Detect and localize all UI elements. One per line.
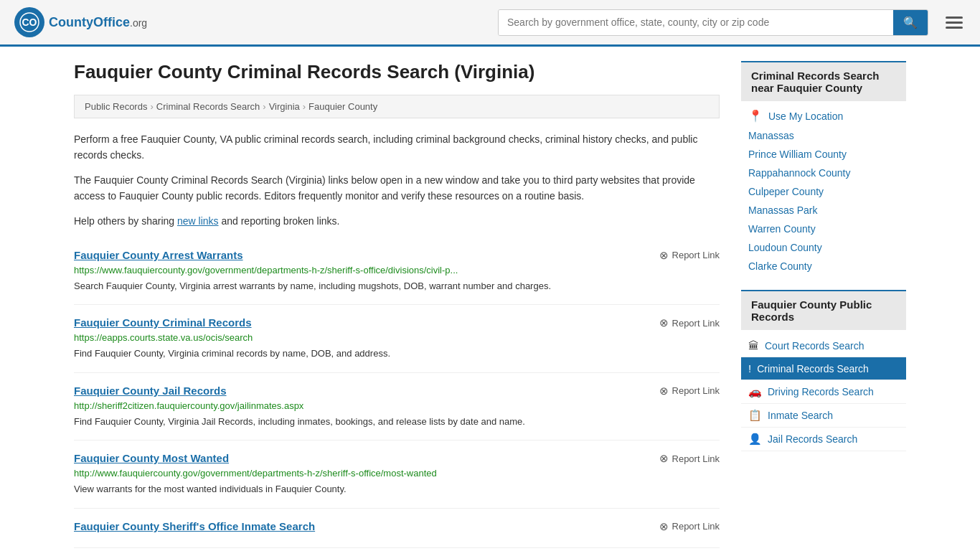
record-url-3[interactable]: http://www.fauquiercounty.gov/government… xyxy=(74,468,720,479)
report-icon-4: ⊗ xyxy=(659,520,669,533)
report-icon-0: ⊗ xyxy=(659,249,669,262)
sidebar-nearby-header: Criminal Records Search near Fauquier Co… xyxy=(741,61,906,101)
search-button[interactable]: 🔍 xyxy=(893,10,928,35)
breadcrumb-sep-3: › xyxy=(303,101,306,112)
report-label-1: Report Link xyxy=(672,318,720,329)
sidebar-records-icon-3: 📋 xyxy=(748,409,762,422)
sidebar-records-icon-2: 🚗 xyxy=(748,385,762,398)
menu-icon-line3 xyxy=(946,27,963,29)
sidebar-records-item-4[interactable]: 👤 Jail Records Search xyxy=(741,428,906,451)
sidebar-records-link-4[interactable]: Jail Records Search xyxy=(768,433,857,445)
use-location-link[interactable]: Use My Location xyxy=(768,110,843,122)
sidebar-records-link-3[interactable]: Inmate Search xyxy=(768,410,833,421)
record-item: Fauquier County Criminal Records ⊗ Repor… xyxy=(74,305,720,373)
record-item: Fauquier County Arrest Warrants ⊗ Report… xyxy=(74,237,720,306)
report-link-4[interactable]: ⊗ Report Link xyxy=(659,520,720,533)
nearby-link-2[interactable]: Rappahannock County xyxy=(748,167,850,179)
logo-text: CountyOffice.org xyxy=(49,15,147,30)
sidebar-nearby-item-7[interactable]: Clarke County xyxy=(741,257,906,276)
report-icon-3: ⊗ xyxy=(659,452,669,465)
nearby-link-4[interactable]: Manassas Park xyxy=(748,204,817,216)
sidebar-records-link-1[interactable]: Criminal Records Search xyxy=(757,363,869,375)
record-title-4[interactable]: Fauquier County Sheriff's Office Inmate … xyxy=(74,520,315,532)
content-area: Fauquier County Criminal Records Search … xyxy=(74,61,720,548)
nearby-link-6[interactable]: Loudoun County xyxy=(748,242,822,253)
report-label-4: Report Link xyxy=(672,521,720,532)
record-header-3: Fauquier County Most Wanted ⊗ Report Lin… xyxy=(74,452,720,465)
search-icon: 🔍 xyxy=(903,17,918,29)
record-desc-3: View warrants for the most wanted indivi… xyxy=(74,482,720,496)
breadcrumb-sep-1: › xyxy=(150,101,153,112)
sidebar-records-item-0[interactable]: 🏛 Court Records Search xyxy=(741,334,906,357)
breadcrumb-public-records[interactable]: Public Records xyxy=(85,101,147,112)
sidebar-records-item-2[interactable]: 🚗 Driving Records Search xyxy=(741,380,906,404)
record-title-2[interactable]: Fauquier County Jail Records xyxy=(74,385,227,397)
sidebar-public-records-list: 🏛 Court Records Search ! Criminal Record… xyxy=(741,334,906,451)
report-icon-1: ⊗ xyxy=(659,316,669,329)
main-container: Fauquier County Criminal Records Search … xyxy=(60,47,920,551)
sidebar-nearby-item-4[interactable]: Manassas Park xyxy=(741,201,906,220)
breadcrumb-virginia[interactable]: Virginia xyxy=(269,101,300,112)
nearby-link-7[interactable]: Clarke County xyxy=(748,260,812,272)
sidebar-records-icon-0: 🏛 xyxy=(748,339,759,352)
report-icon-2: ⊗ xyxy=(659,385,669,397)
report-link-1[interactable]: ⊗ Report Link xyxy=(659,316,720,329)
record-title-1[interactable]: Fauquier County Criminal Records xyxy=(74,316,252,329)
report-link-3[interactable]: ⊗ Report Link xyxy=(659,452,720,465)
use-location-item[interactable]: 📍 Use My Location xyxy=(741,105,906,126)
report-label-3: Report Link xyxy=(672,453,720,464)
breadcrumb: Public Records › Criminal Records Search… xyxy=(74,95,720,118)
sidebar-public-records-header: Fauquier County Public Records xyxy=(741,290,906,330)
sidebar-records-link-0[interactable]: Court Records Search xyxy=(765,340,864,352)
site-header: CO CountyOffice.org 🔍 xyxy=(0,0,980,47)
sidebar-nearby-list: 📍 Use My Location ManassasPrince William… xyxy=(741,105,906,276)
page-title: Fauquier County Criminal Records Search … xyxy=(74,61,720,83)
nearby-link-0[interactable]: Manassas xyxy=(748,130,794,141)
record-item: Fauquier County Sheriff's Office Inmate … xyxy=(74,509,720,548)
search-input[interactable] xyxy=(499,10,893,35)
nearby-link-1[interactable]: Prince William County xyxy=(748,149,847,160)
record-title-0[interactable]: Fauquier County Arrest Warrants xyxy=(74,249,243,261)
report-label-0: Report Link xyxy=(672,250,720,260)
sidebar-public-records-section: Fauquier County Public Records 🏛 Court R… xyxy=(741,290,906,451)
record-url-0[interactable]: https://www.fauquiercounty.gov/governmen… xyxy=(74,265,720,276)
record-title-3[interactable]: Fauquier County Most Wanted xyxy=(74,452,229,464)
sidebar-nearby-item-2[interactable]: Rappahannock County xyxy=(741,164,906,182)
record-desc-0: Search Fauquier County, Virginia arrest … xyxy=(74,279,720,293)
record-item: Fauquier County Jail Records ⊗ Report Li… xyxy=(74,373,720,441)
record-item: Fauquier County Most Wanted ⊗ Report Lin… xyxy=(74,441,720,509)
logo-icon: CO xyxy=(14,7,44,37)
sidebar-nearby-item-1[interactable]: Prince William County xyxy=(741,145,906,164)
description-para2: The Fauquier County Criminal Records Sea… xyxy=(74,172,720,204)
record-desc-2: Find Fauquier County, Virginia Jail Reco… xyxy=(74,415,720,429)
svg-text:CO: CO xyxy=(22,17,37,28)
breadcrumb-current: Fauquier County xyxy=(308,101,377,112)
record-header-0: Fauquier County Arrest Warrants ⊗ Report… xyxy=(74,249,720,262)
sidebar-records-link-2[interactable]: Driving Records Search xyxy=(768,386,874,397)
sidebar-nearby-item-6[interactable]: Loudoun County xyxy=(741,238,906,257)
report-link-0[interactable]: ⊗ Report Link xyxy=(659,249,720,262)
sidebar-nearby-item-3[interactable]: Culpeper County xyxy=(741,182,906,201)
breadcrumb-sep-2: › xyxy=(263,101,265,112)
nearby-link-5[interactable]: Warren County xyxy=(748,223,816,235)
description-para3: Help others by sharing new links and rep… xyxy=(74,213,720,229)
report-link-2[interactable]: ⊗ Report Link xyxy=(659,385,720,397)
menu-icon-line1 xyxy=(946,17,963,19)
menu-button[interactable] xyxy=(943,14,966,32)
record-url-2[interactable]: http://sheriff2citizen.fauquiercounty.go… xyxy=(74,400,720,411)
breadcrumb-criminal-records[interactable]: Criminal Records Search xyxy=(156,101,260,112)
menu-icon-line2 xyxy=(946,22,963,24)
description-para1: Perform a free Fauquier County, VA publi… xyxy=(74,131,720,164)
search-bar: 🔍 xyxy=(498,9,928,36)
sidebar-records-item-1[interactable]: ! Criminal Records Search xyxy=(741,357,906,380)
sidebar-records-icon-4: 👤 xyxy=(748,433,762,446)
record-desc-1: Find Fauquier County, Virginia criminal … xyxy=(74,347,720,361)
sidebar-nearby-item-0[interactable]: Manassas xyxy=(741,126,906,145)
logo-link[interactable]: CO CountyOffice.org xyxy=(14,7,147,37)
sidebar-nearby-item-5[interactable]: Warren County xyxy=(741,220,906,238)
new-links-link[interactable]: new links xyxy=(177,215,219,227)
nearby-link-3[interactable]: Culpeper County xyxy=(748,186,824,197)
record-url-1[interactable]: https://eapps.courts.state.va.us/ocis/se… xyxy=(74,332,720,343)
sidebar-records-item-3[interactable]: 📋 Inmate Search xyxy=(741,404,906,428)
record-header-1: Fauquier County Criminal Records ⊗ Repor… xyxy=(74,316,720,329)
